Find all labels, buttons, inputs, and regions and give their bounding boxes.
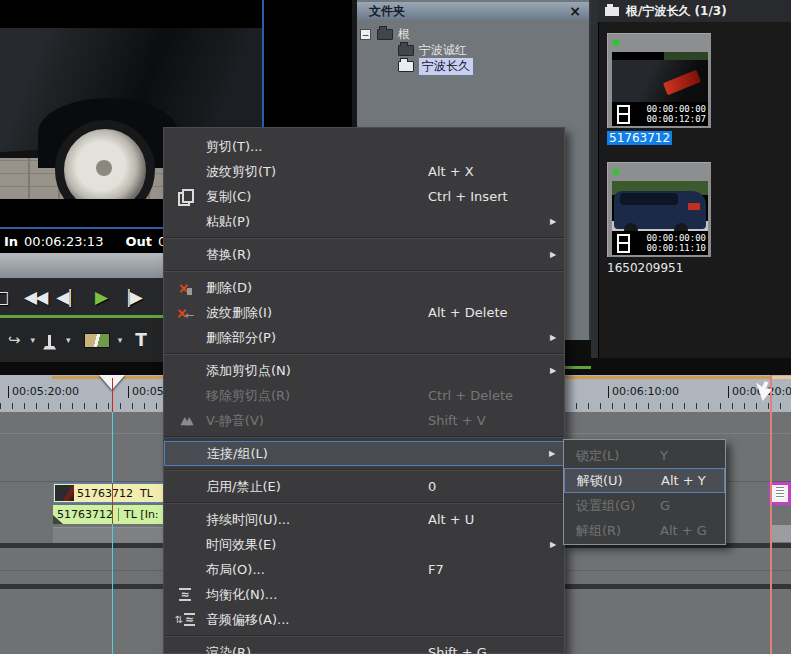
transition-icon[interactable] <box>84 333 110 348</box>
playhead-line <box>112 378 113 412</box>
playhead-line-over-clips <box>112 483 113 524</box>
menu-separator <box>164 466 564 474</box>
submenu-arrow-icon: ▶ <box>549 449 563 458</box>
audio-offset-icon: ⇅ <box>175 614 183 625</box>
submenu-item-set-group[interactable]: 设置组(G)G <box>564 493 725 518</box>
play-button[interactable]: ▶ <box>95 287 106 307</box>
menu-item-add-cut-point[interactable]: 添加剪切点(N)▶ <box>164 358 564 383</box>
next-frame-button[interactable]: |▶ <box>126 287 141 307</box>
menu-item-paste[interactable]: 粘贴(P)▶ <box>164 209 564 234</box>
bin-clip-card[interactable]: 00:00:00:00 00:00:11:10 <box>607 162 711 257</box>
clip-duration-timecode: 00:00:11:10 <box>630 243 706 253</box>
folder-icon <box>377 29 393 40</box>
menu-item-audio-offset[interactable]: ⇅≈音频偏移(A)... <box>164 607 564 632</box>
v-mute-icon: ▲▲ <box>181 414 190 427</box>
bin-clip-name-selected[interactable]: 51763712 <box>607 131 672 145</box>
submenu-arrow-icon: ▶ <box>550 250 564 259</box>
delete-icon-sub <box>187 288 192 295</box>
ruler-timecode: 00:06:10:00 <box>608 386 679 398</box>
bin-lower-band <box>591 358 791 375</box>
tree-expand-icon[interactable]: − <box>360 29 371 40</box>
tree-item-chenghong[interactable]: 宁波诚红 <box>392 43 467 58</box>
submenu-item-ungroup[interactable]: 解组(R)Alt + G <box>564 518 725 543</box>
timecode-overlay: 00:00:00:00 00:00:12:07 <box>612 102 708 126</box>
menu-item-v-mute[interactable]: ▲▲V-静音(V)Shift + V <box>164 408 564 433</box>
menu-item-time-effect[interactable]: 时间效果(E)▶ <box>164 532 564 557</box>
menu-item-delete-parts[interactable]: 删除部分(P)▶ <box>164 325 564 350</box>
stop-button[interactable]: □ <box>0 287 7 307</box>
tree-item-changjiu[interactable]: 宁波长久 <box>392 59 473 74</box>
folder-open-icon <box>398 61 414 72</box>
dropdown-arrow-icon[interactable]: ▾ <box>66 335 71 345</box>
timeline-audio-clip[interactable]: 51763712 TL [In: <box>53 505 165 524</box>
menu-item-copy[interactable]: 复制(C)Ctrl + Insert <box>164 184 564 209</box>
prev-frame-button[interactable]: ◀| <box>56 287 71 307</box>
tail-light <box>688 203 700 210</box>
clip-duration-timecode: 00:00:12:07 <box>630 114 706 124</box>
menu-item-replace[interactable]: 替换(R)▶ <box>164 242 564 267</box>
panel-edge <box>591 0 599 360</box>
close-icon[interactable]: × <box>569 5 581 17</box>
grouped-clip[interactable] <box>769 482 791 505</box>
menu-item-link-group[interactable]: 连接/组(L)▶ <box>164 441 564 466</box>
menu-item-layout[interactable]: 布局(O)...F7 <box>164 557 564 582</box>
ruler-marker-line-light <box>771 376 791 379</box>
in-label: In <box>4 234 18 249</box>
menu-item-ripple-cut[interactable]: 波纹剪切(T)Alt + X <box>164 159 564 184</box>
dropdown-arrow-icon[interactable]: ▾ <box>31 335 36 345</box>
menu-item-render[interactable]: 渲染(R)Shift + G <box>164 640 564 654</box>
clip-track-tag: TL <box>140 487 153 500</box>
menu-item-remove-cut-point[interactable]: 移除剪切点(R)Ctrl + Delete <box>164 383 564 408</box>
dropdown-arrow-icon[interactable]: ▾ <box>118 335 123 345</box>
folder-panel-title: 文件夹 <box>369 3 569 20</box>
status-dot <box>613 40 619 46</box>
filmstrip-icon <box>617 105 630 124</box>
bin-header[interactable]: 根/宁波长久 (1/3) <box>598 0 791 22</box>
menu-separator <box>164 350 564 358</box>
copy-icon <box>178 189 192 204</box>
edit-point-line <box>770 375 772 654</box>
normalize-icon: ≈ <box>179 588 190 601</box>
menu-item-normalize[interactable]: ≈均衡化(N)... <box>164 582 564 607</box>
menu-item-delete[interactable]: ×删除(D) <box>164 275 564 300</box>
submenu-item-unlock[interactable]: 解锁(U)Alt + Y <box>564 468 725 493</box>
clip-name: 51763712 <box>57 508 119 521</box>
tree-item-label: 根 <box>398 26 410 43</box>
text-tool-icon[interactable]: T <box>135 330 147 350</box>
status-dot <box>613 169 619 175</box>
clip-mixer-strip <box>53 527 165 543</box>
in-timecode: 00:06:23:13 <box>24 234 103 249</box>
menu-separator <box>164 632 564 640</box>
menu-item-cut[interactable]: 剪切(T)... <box>164 134 564 159</box>
clip-glyph <box>776 487 784 498</box>
jump-icon[interactable]: ↪ <box>8 331 21 349</box>
menu-item-ripple-delete[interactable]: ×←波纹删除(I)Alt + Delete <box>164 300 564 325</box>
submenu-arrow-icon: ▶ <box>550 217 564 226</box>
clip-in-timecode: 00:00:00:00 <box>630 104 706 114</box>
clip-in-timecode: 00:00:00:00 <box>630 233 706 243</box>
menu-separator <box>164 433 564 441</box>
bin-path-title: 根/宁波长久 (1/3) <box>626 3 727 20</box>
tree-item-root[interactable]: − 根 <box>360 27 410 42</box>
bin-clip-card[interactable]: 00:00:00:00 00:00:12:07 <box>607 33 711 128</box>
submenu-arrow-icon: ▶ <box>550 540 564 549</box>
timeline-accent-line <box>565 366 591 369</box>
clip-notch <box>53 515 63 524</box>
folder-icon <box>398 45 414 56</box>
rewind-button[interactable]: ◀◀ <box>24 287 46 307</box>
menu-item-duration[interactable]: 持续时间(U)...Alt + U <box>164 507 564 532</box>
folder-panel-titlebar[interactable]: 文件夹 × <box>357 2 589 20</box>
bin-clip-name[interactable]: 1650209951 <box>607 261 683 275</box>
menu-item-enable-disable[interactable]: 启用/禁止(E)0 <box>164 474 564 499</box>
clip-thumbnail <box>55 485 74 501</box>
submenu-item-lock[interactable]: 锁定(L)Y <box>564 443 725 468</box>
out-label: Out <box>125 234 152 249</box>
folder-icon <box>604 6 620 17</box>
razor-icon[interactable] <box>48 335 51 346</box>
track-highlight-strip <box>772 525 791 542</box>
playhead-line-cyan <box>112 412 113 654</box>
wheel-hub <box>96 160 112 176</box>
filmstrip-icon <box>617 234 630 253</box>
timeline-video-clip[interactable]: 51763712 TL <box>53 483 165 503</box>
bin-panel: 根/宁波长久 (1/3) 00:00:00:00 00:00:12:07 517… <box>591 0 791 360</box>
